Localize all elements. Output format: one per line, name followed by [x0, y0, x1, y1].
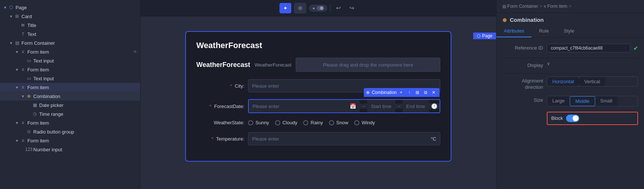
canvas-toolbar: ✦ ● ↩ ↪ — [140, 0, 496, 16]
sidebar-item-form-item-4[interactable]: ▼ ≡ Form item — [0, 118, 140, 127]
alignment-btn-group: Horizontal Vertical — [547, 77, 638, 87]
breadcrumb-form-item: ≡ Form item — [544, 4, 567, 9]
sidebar-label-text-input-1: Text input — [33, 58, 137, 64]
sidebar-item-card[interactable]: ▼ ⊞ Card — [0, 12, 140, 21]
sidebar-item-form-item-1[interactable]: ▼ ≡ Form item 👁 — [0, 47, 140, 56]
sidebar-label-form-item-2: Form item — [27, 67, 137, 72]
block-row: Block — [502, 112, 638, 125]
sidebar-item-text-input-1[interactable]: ▶ ▭ Text input — [0, 56, 140, 65]
sidebar-item-text-input-2[interactable]: ▶ ▭ Text input — [0, 74, 140, 83]
temperature-input[interactable]: Please enter °C — [248, 132, 440, 145]
temp-placeholder: Please enter — [252, 136, 428, 142]
end-time[interactable]: End time — [403, 100, 429, 112]
radio-icon: ⊙ — [26, 129, 32, 135]
size-value: Large Middle Small — [547, 96, 638, 107]
combo-btn-add[interactable]: + — [397, 89, 405, 96]
date-input[interactable]: Please enter 📅 — [249, 100, 360, 112]
time-divider: → — [360, 104, 367, 109]
panel-tabs: Attributes Rule Style — [496, 25, 644, 38]
sidebar-label-card: Card — [21, 14, 137, 19]
weather-radio-row: Sunny Cloudy Rainy Snow — [248, 120, 375, 125]
arrow-form-item-4: ▼ — [15, 121, 19, 125]
drop-zone[interactable]: Please drag and drop the component here — [296, 58, 440, 72]
temp-required: * — [211, 136, 213, 142]
arrow-page: ▼ — [3, 5, 7, 10]
tab-attributes[interactable]: Attributes — [496, 25, 532, 37]
sidebar-label-text: Text — [27, 31, 137, 37]
arrow-form-item-3: ▼ — [15, 85, 19, 90]
city-required: * — [230, 83, 232, 89]
sidebar-item-number-input[interactable]: ▶ 123 Number input — [0, 145, 140, 154]
weather-label: WeatherState: — [196, 120, 244, 125]
formitem4-icon: ≡ — [20, 120, 26, 126]
sidebar-item-title[interactable]: ▶ H Title — [0, 21, 140, 30]
size-middle[interactable]: Middle — [570, 96, 595, 106]
form-card: WeatherForecast WeatherForecast WeatherF… — [185, 31, 451, 162]
plugin-button[interactable]: ✦ — [279, 3, 291, 13]
combo-toolbar-label: Combination — [372, 90, 397, 95]
separator-1 — [330, 4, 331, 12]
svg-point-0 — [299, 7, 301, 9]
settings-button[interactable] — [294, 3, 306, 13]
sidebar-label-form-item-1: Form item — [27, 49, 133, 55]
temperature-label: * Temperature: — [196, 136, 244, 142]
redo-button[interactable]: ↪ — [347, 3, 357, 13]
block-toggle[interactable] — [566, 115, 579, 122]
sidebar-item-time-range[interactable]: ▶ ◷ Time range — [0, 109, 140, 118]
block-label: Block — [551, 115, 563, 121]
sidebar-item-combination[interactable]: ▼ ⊕ Combination — [0, 92, 140, 101]
combo-btn-grid[interactable]: ⊞ — [414, 89, 421, 96]
radio-label-snow: Snow — [336, 120, 349, 125]
number-icon: 123 — [26, 146, 32, 152]
block-toggle-row: Block — [547, 112, 638, 125]
sidebar-item-page[interactable]: ▼ ⬡ Page — [0, 3, 140, 12]
form-title: WeatherForecast — [196, 41, 440, 50]
sidebar-label-number-input: Number input — [33, 147, 137, 152]
time-icon: ◷ — [32, 111, 38, 117]
tab-rule[interactable]: Rule — [532, 25, 556, 37]
sidebar-label-date-picker: Date picker — [39, 102, 137, 108]
radio-windy[interactable]: Windy — [354, 120, 375, 125]
alignment-label: Alignment direction — [502, 77, 543, 91]
combination-bold: WeatherForecast — [196, 61, 250, 69]
clock-icon: 🕐 — [429, 103, 440, 109]
tree: ▼ ⬡ Page ▼ ⊞ Card ▶ H Title ▶ T Text — [0, 0, 140, 189]
radio-rainy[interactable]: Rainy — [303, 120, 323, 125]
forecast-placeholder: Please enter — [252, 104, 279, 109]
canvas-content: WeatherForecast WeatherForecast WeatherF… — [140, 16, 496, 168]
combo-btn-delete[interactable]: ✕ — [430, 89, 437, 96]
tab-style[interactable]: Style — [556, 25, 582, 37]
size-large[interactable]: Large — [547, 96, 570, 106]
sidebar-item-form-item-3[interactable]: ▼ ≡ Form item — [0, 83, 140, 92]
chevron-down-icon[interactable]: ∨ — [547, 61, 550, 66]
ref-check-icon: ✔ — [633, 45, 638, 52]
formitem2-icon: ≡ — [20, 67, 26, 72]
toggle-button[interactable]: ● — [309, 5, 327, 11]
alignment-horizontal[interactable]: Horizontal — [547, 77, 580, 87]
sidebar-item-date-picker[interactable]: ▶ ▦ Date picker — [0, 101, 140, 109]
block-value: Block — [547, 112, 638, 125]
radio-snow[interactable]: Snow — [329, 120, 349, 125]
sidebar-item-form-item-2[interactable]: ▼ ≡ Form item — [0, 65, 140, 74]
sidebar-item-radio-button-group[interactable]: ▶ ⊙ Radio button group — [0, 127, 140, 136]
right-panel-title: ⊕ Combination — [496, 13, 644, 25]
display-row-inner: ∨ — [547, 61, 638, 66]
combo-btn-copy[interactable]: ⧉ — [422, 89, 429, 96]
size-label: Size — [502, 96, 543, 103]
combo-icon-toolbar: ⊕ — [366, 90, 370, 95]
radio-cloudy[interactable]: Cloudy — [275, 120, 297, 125]
radio-label-cloudy: Cloudy — [282, 120, 297, 125]
start-time[interactable]: Start time — [367, 100, 395, 112]
alignment-vertical[interactable]: Vertical — [579, 77, 606, 86]
undo-button[interactable]: ↩ — [333, 3, 344, 13]
alignment-row: Alignment direction Horizontal Vertical — [502, 77, 638, 91]
sidebar-item-form-item-5[interactable]: ▼ ≡ Form item — [0, 136, 140, 145]
size-small[interactable]: Small — [595, 96, 618, 106]
sidebar-item-form-container[interactable]: ▼ ▤ Form Container — [0, 38, 140, 47]
radio-sunny[interactable]: Sunny — [248, 120, 269, 125]
sidebar-item-text[interactable]: ▶ T Text — [0, 30, 140, 38]
weather-row: WeatherState: Sunny Cloudy Rainy — [196, 120, 440, 125]
breadcrumb: ▤ Form Container > ≡ Form item > — [502, 4, 572, 9]
combo-btn-up[interactable]: ↑ — [406, 89, 413, 96]
form-icon: ▤ — [14, 40, 20, 46]
